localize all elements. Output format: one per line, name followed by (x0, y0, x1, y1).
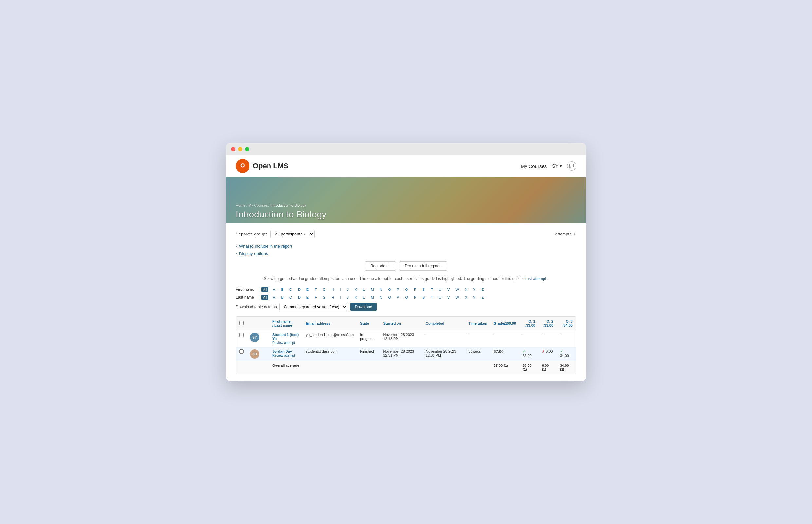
firstname-filter-Y[interactable]: Y (471, 287, 477, 292)
maximize-dot[interactable] (245, 147, 249, 151)
row2-initials-col (263, 347, 269, 361)
groups-select[interactable]: All participants ⬩ (270, 230, 315, 239)
firstname-filter-R[interactable]: R (412, 287, 418, 292)
row2-checkbox[interactable] (236, 347, 247, 361)
firstname-filter-P[interactable]: P (395, 287, 401, 292)
breadcrumb-sep1: / (246, 203, 247, 207)
separate-groups-label: Separate groups (236, 231, 267, 236)
lastname-filter-P[interactable]: P (395, 295, 401, 300)
firstname-filter-Q[interactable]: Q (403, 287, 410, 292)
firstname-filter-H[interactable]: H (330, 287, 336, 292)
lastname-filter-Q[interactable]: Q (403, 295, 410, 300)
firstname-filter-U[interactable]: U (437, 287, 443, 292)
lastname-filter-M[interactable]: M (369, 295, 375, 300)
firstname-filter-C[interactable]: C (288, 287, 294, 292)
lastname-filter-N[interactable]: N (378, 295, 384, 300)
lastname-filter-D[interactable]: D (296, 295, 302, 300)
row1-student-name[interactable]: Student 1 (test) Yo (272, 333, 299, 341)
lastname-filter-R[interactable]: R (412, 295, 418, 300)
lastname-filter-Y[interactable]: Y (471, 295, 477, 300)
page-title: Introduction to Biology (236, 209, 327, 220)
download-format-select[interactable]: Comma separated values (.csv) Microsoft … (279, 302, 347, 311)
breadcrumb-sep2: / (268, 203, 269, 207)
firstname-filter-B[interactable]: B (280, 287, 285, 292)
last-name-filter-row: Last name All A B C D E F G H I J K L M … (236, 295, 576, 300)
lastname-filter-B[interactable]: B (280, 295, 285, 300)
firstname-filter-J[interactable]: J (345, 287, 350, 292)
lastname-filter-O[interactable]: O (387, 295, 393, 300)
row2-q3: ✓ 34.00 (557, 347, 576, 361)
firstname-filter-K[interactable]: K (353, 287, 359, 292)
row1-q3: - (557, 330, 576, 347)
firstname-filter-D[interactable]: D (296, 287, 302, 292)
row2-review-link[interactable]: Review attempt (272, 354, 295, 357)
site-header: Open LMS My Courses SY ▾ (226, 155, 586, 177)
minimize-dot[interactable] (238, 147, 242, 151)
collapsible-include-report[interactable]: › What to include in the report (236, 244, 576, 249)
firstname-filter-F[interactable]: F (313, 287, 319, 292)
firstname-filter-T[interactable]: T (429, 287, 434, 292)
lastname-filter-T[interactable]: T (429, 295, 434, 300)
row2-grade-value: 67.00 (494, 349, 503, 354)
row1-checkbox[interactable] (236, 330, 247, 347)
button-row: Regrade all Dry run a full regrade (236, 261, 576, 271)
lastname-filter-F[interactable]: F (313, 295, 319, 300)
firstname-filter-I[interactable]: I (338, 287, 343, 292)
firstname-filter-N[interactable]: N (378, 287, 384, 292)
lastname-filter-U[interactable]: U (437, 295, 443, 300)
breadcrumb-my-courses[interactable]: My Courses (249, 203, 268, 207)
lastname-filter-G[interactable]: G (321, 295, 327, 300)
close-dot[interactable] (231, 147, 235, 151)
firstname-filter-all[interactable]: All (261, 287, 268, 292)
firstname-filter-L[interactable]: L (361, 287, 366, 292)
dry-run-button[interactable]: Dry run a full regrade (399, 261, 447, 271)
lastname-filter-K[interactable]: K (353, 295, 359, 300)
firstname-filter-G[interactable]: G (321, 287, 327, 292)
firstname-filter-M[interactable]: M (369, 287, 375, 292)
col-name[interactable]: First name/ Last name (269, 317, 302, 330)
download-button[interactable]: Download (350, 303, 377, 311)
firstname-filter-W[interactable]: W (454, 287, 460, 292)
row2-q2-value: 0.00 (546, 349, 553, 354)
filter-row: Separate groups All participants ⬩ Attem… (236, 230, 576, 239)
my-courses-link[interactable]: My Courses (520, 163, 547, 169)
lastname-filter-J[interactable]: J (345, 295, 350, 300)
breadcrumb-home[interactable]: Home (236, 203, 245, 207)
firstname-filter-E[interactable]: E (305, 287, 310, 292)
last-attempt-link[interactable]: Last attempt (525, 276, 546, 281)
chevron-icon-include: › (236, 244, 237, 249)
regrade-all-button[interactable]: Regrade all (365, 261, 396, 271)
lastname-filter-S[interactable]: S (421, 295, 426, 300)
firstname-filter-O[interactable]: O (387, 287, 393, 292)
lastname-filter-H[interactable]: H (330, 295, 336, 300)
logo-area: Open LMS (236, 159, 288, 173)
lastname-filter-X[interactable]: X (463, 295, 469, 300)
row2-student-name[interactable]: Jordan Day (272, 349, 299, 354)
lastname-filter-W[interactable]: W (454, 295, 460, 300)
firstname-filter-V[interactable]: V (446, 287, 451, 292)
user-badge[interactable]: SY ▾ (552, 163, 562, 169)
firstname-filter-Z[interactable]: Z (480, 287, 485, 292)
lastname-filter-E[interactable]: E (305, 295, 310, 300)
filter-left: Separate groups All participants ⬩ (236, 230, 315, 239)
include-report-label: What to include in the report (239, 244, 293, 249)
lastname-filter-all[interactable]: All (261, 295, 268, 300)
row2-q3-value: 34.00 (560, 354, 569, 358)
lastname-filter-I[interactable]: I (338, 295, 343, 300)
firstname-filter-X[interactable]: X (463, 287, 469, 292)
chat-icon[interactable] (567, 162, 576, 170)
lastname-filter-L[interactable]: L (361, 295, 366, 300)
lastname-filter-A[interactable]: A (271, 295, 277, 300)
lastname-filter-Z[interactable]: Z (480, 295, 485, 300)
collapsible-display-options[interactable]: › Display options (236, 251, 576, 256)
select-all-checkbox[interactable] (239, 321, 244, 325)
row1-review-link[interactable]: Review attempt (272, 341, 295, 345)
row1-q2: - (538, 330, 557, 347)
firstname-filter-A[interactable]: A (271, 287, 277, 292)
first-name-label: First name (236, 287, 259, 292)
lastname-filter-C[interactable]: C (288, 295, 294, 300)
lastname-filter-V[interactable]: V (446, 295, 451, 300)
first-name-filter-row: First name All A B C D E F G H I J K L M… (236, 287, 576, 292)
firstname-filter-S[interactable]: S (421, 287, 426, 292)
row1-started: November 28 2023 12:18 PM (380, 330, 422, 347)
